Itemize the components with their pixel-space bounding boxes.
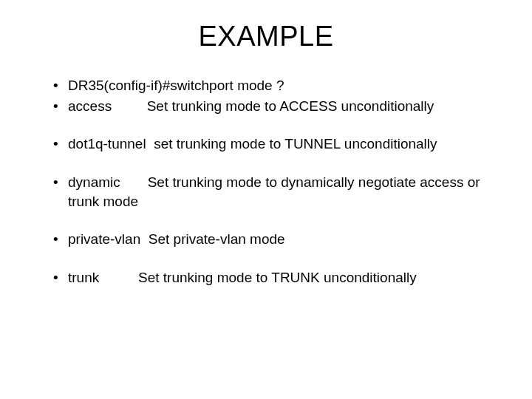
list-item: DR35(config-if)#switchport mode ? <box>53 76 497 95</box>
list-item: private-vlan Set private-vlan mode <box>53 230 497 249</box>
list-item: trunk Set trunking mode to TRUNK uncondi… <box>53 268 497 287</box>
bullet-list: DR35(config-if)#switchport mode ? access… <box>53 76 497 115</box>
bullet-list: trunk Set trunking mode to TRUNK uncondi… <box>53 268 497 287</box>
bullet-list: private-vlan Set private-vlan mode <box>53 230 497 249</box>
list-item: dynamic Set trunking mode to dynamically… <box>53 173 497 211</box>
bullet-list: dot1q-tunnel set trunking mode to TUNNEL… <box>53 134 497 154</box>
list-item: dot1q-tunnel set trunking mode to TUNNEL… <box>53 134 497 154</box>
slide-title: EXAMPLE <box>35 21 497 52</box>
list-item: access Set trunking mode to ACCESS uncon… <box>53 97 497 116</box>
bullet-list: dynamic Set trunking mode to dynamically… <box>53 173 497 211</box>
slide-content: DR35(config-if)#switchport mode ? access… <box>35 76 497 287</box>
